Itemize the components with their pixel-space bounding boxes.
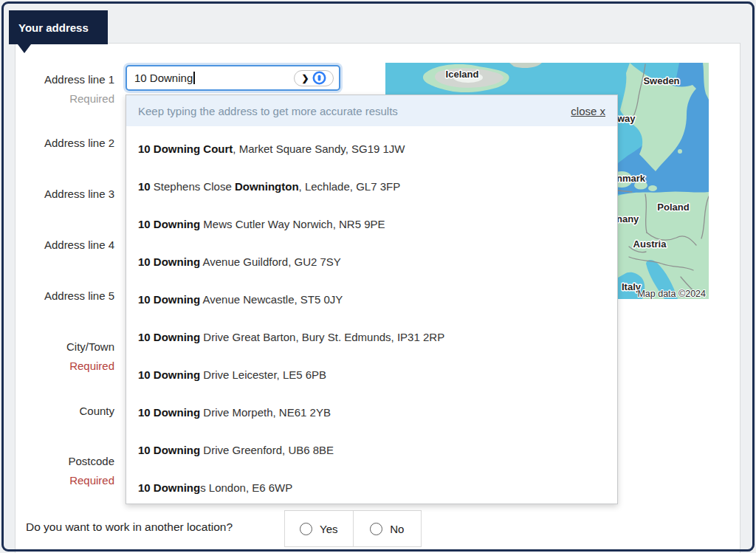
field-label-address-line-3: Address line 3	[0, 188, 114, 200]
radio-circle-no[interactable]	[370, 523, 382, 535]
address-line-4-label: Address line 4	[44, 238, 114, 251]
radio-option-yes[interactable]: Yes	[285, 511, 353, 546]
autocomplete-header: Keep typing the address to get more accu…	[126, 95, 617, 126]
tab-your-address[interactable]: Your address	[9, 10, 108, 44]
suggestion-item[interactable]: 10 Stephens Close Downington, Lechlade, …	[126, 168, 617, 205]
suggestion-item[interactable]: 10 Downing Drive Morpeth, NE61 2YB	[126, 394, 617, 431]
another-location-radio-group: Yes No	[284, 510, 422, 547]
radio-option-no[interactable]: No	[353, 511, 422, 546]
text-cursor	[193, 72, 195, 84]
field-label-address-line-5: Address line 5	[0, 289, 114, 302]
field-label-address-line-1: Address line 1 Required	[0, 73, 114, 105]
suggestion-item[interactable]: 10 Downing Drive Leicester, LE5 6PB	[126, 356, 617, 394]
radio-circle-yes[interactable]	[300, 523, 312, 535]
radio-label-no: No	[390, 523, 404, 535]
address-line-5-label: Address line 5	[44, 289, 114, 302]
city-town-required-badge: Required	[0, 360, 114, 372]
tab-label: Your address	[18, 21, 89, 34]
tab-pointer-triangle	[18, 44, 31, 53]
address-line-3-label: Address line 3	[44, 188, 114, 200]
field-label-address-line-4: Address line 4	[0, 238, 114, 251]
suggestion-item[interactable]: 10 Downing Drive Great Barton, Bury St. …	[126, 318, 617, 356]
map-label-iceland: Iceland	[446, 69, 479, 80]
address-line-1-input[interactable]: 10 Downing ❯	[126, 65, 340, 91]
chevron-right-icon: ❯	[301, 74, 309, 83]
address-autocomplete-dropdown: Keep typing the address to get more accu…	[126, 95, 618, 504]
suggestion-item[interactable]: 10 Downing Avenue Guildford, GU2 7SY	[126, 243, 617, 281]
map-label-norway: way	[616, 113, 636, 124]
map-label-denmark: nmark	[616, 173, 646, 184]
map-label-austria: Austria	[633, 238, 667, 250]
your-address-form-page: Your address Address line 1 Required Add…	[0, 0, 756, 553]
postcode-label: Postcode	[68, 455, 114, 467]
map-attribution: Map data ©2024	[637, 289, 706, 299]
address-line-1-label: Address line 1	[44, 73, 114, 86]
field-label-postcode: Postcode Required	[0, 455, 114, 487]
field-label-county: County	[0, 405, 114, 417]
field-label-city-town: City/Town Required	[0, 340, 114, 372]
postcode-required-badge: Required	[0, 474, 114, 487]
county-label: County	[79, 405, 114, 417]
map-label-germany: nany	[616, 213, 639, 224]
suggestion-list: 10 Downing Court, Market Square Sandy, S…	[126, 126, 617, 506]
field-label-address-line-2: Address line 2	[0, 137, 114, 149]
suggestion-item[interactable]: 10 Downing Mews Cutler Way Norwich, NR5 …	[126, 205, 617, 243]
address-line-1-required-badge: Required	[0, 92, 114, 105]
1password-logo-icon	[312, 71, 326, 85]
suggestion-item[interactable]: 10 Downing Drive Greenford, UB6 8BE	[126, 431, 617, 469]
suggestion-item[interactable]: 10 Downing Avenue Newcastle, ST5 0JY	[126, 281, 617, 318]
radio-label-yes: Yes	[320, 523, 337, 535]
address-line-2-label: Address line 2	[44, 137, 114, 149]
1password-inline-icon[interactable]: ❯	[294, 70, 334, 86]
close-link[interactable]: close x	[571, 105, 605, 117]
autocomplete-hint: Keep typing the address to get more accu…	[138, 105, 398, 117]
map-label-poland: Poland	[657, 202, 689, 213]
suggestion-item[interactable]: 10 Downings London, E6 6WP	[126, 469, 617, 506]
another-location-question: Do you want to work in another location?	[26, 521, 233, 534]
map-label-sweden: Sweden	[643, 75, 679, 86]
city-town-label: City/Town	[66, 340, 114, 353]
suggestion-item[interactable]: 10 Downing Court, Market Square Sandy, S…	[126, 130, 617, 168]
address-line-1-value: 10 Downing	[134, 72, 193, 84]
